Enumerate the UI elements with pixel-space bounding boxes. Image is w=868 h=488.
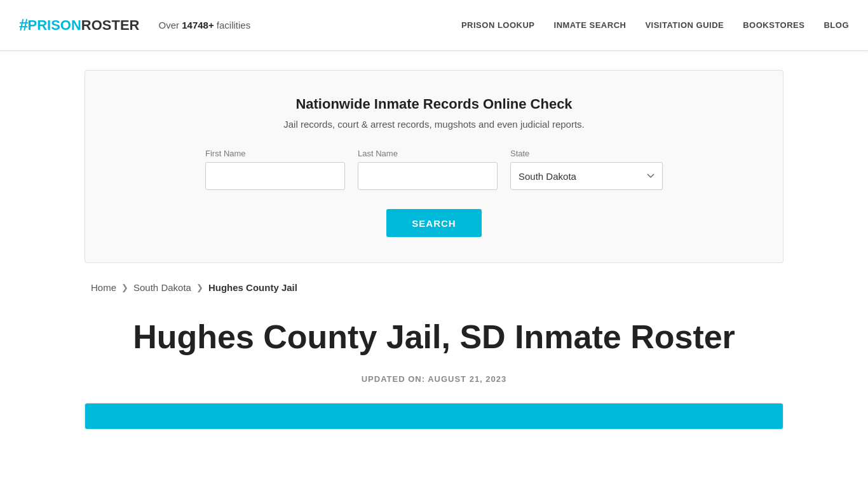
nav-prison-lookup[interactable]: PRISON LOOKUP: [461, 20, 535, 30]
site-logo[interactable]: # PRISON ROSTER: [19, 15, 140, 35]
first-name-group: First Name: [205, 149, 345, 190]
facilities-count: Over 14748+ facilities: [159, 20, 251, 30]
state-select[interactable]: South Dakota Alabama Alaska Arizona: [510, 162, 663, 190]
search-subtitle: Jail records, court & arrest records, mu…: [123, 119, 745, 130]
breadcrumb: Home ❯ South Dakota ❯ Hughes County Jail: [85, 282, 783, 293]
breadcrumb-state[interactable]: South Dakota: [133, 282, 191, 293]
logo-roster: ROSTER: [81, 17, 140, 34]
search-section: Nationwide Inmate Records Online Check J…: [85, 70, 783, 263]
main-nav: PRISON LOOKUP INMATE SEARCH VISITATION G…: [461, 20, 849, 30]
breadcrumb-chevron-2: ❯: [196, 283, 203, 292]
site-header: # PRISON ROSTER Over 14748+ facilities P…: [0, 0, 868, 51]
breadcrumb-current: Hughes County Jail: [208, 282, 297, 293]
breadcrumb-chevron-1: ❯: [121, 283, 128, 292]
page-title: Hughes County Jail, SD Inmate Roster: [91, 306, 777, 363]
main-content: Hughes County Jail, SD Inmate Roster UPD…: [85, 306, 783, 384]
nav-bookstores[interactable]: BOOKSTORES: [743, 20, 804, 30]
first-name-input[interactable]: [205, 162, 345, 190]
last-name-label: Last Name: [358, 149, 398, 158]
logo-hash: #: [19, 15, 27, 35]
nav-inmate-search[interactable]: INMATE SEARCH: [554, 20, 627, 30]
breadcrumb-home[interactable]: Home: [91, 282, 116, 293]
updated-on: UPDATED ON: AUGUST 21, 2023: [91, 374, 777, 384]
bottom-card: [85, 403, 783, 430]
search-button[interactable]: SEARCH: [386, 209, 481, 237]
search-title: Nationwide Inmate Records Online Check: [123, 96, 745, 112]
logo-prison: PRISON: [27, 17, 81, 34]
last-name-input[interactable]: [358, 162, 498, 190]
nav-visitation-guide[interactable]: VISITATION GUIDE: [645, 20, 724, 30]
nav-blog[interactable]: BLOG: [824, 20, 849, 30]
state-label: State: [510, 149, 529, 158]
last-name-group: Last Name: [358, 149, 498, 190]
bottom-card-bar: [85, 403, 783, 429]
state-group: State South Dakota Alabama Alaska Arizon…: [510, 149, 663, 190]
search-fields: First Name Last Name State South Dakota …: [123, 149, 745, 190]
first-name-label: First Name: [205, 149, 246, 158]
facilities-number: 14748+: [182, 20, 214, 30]
